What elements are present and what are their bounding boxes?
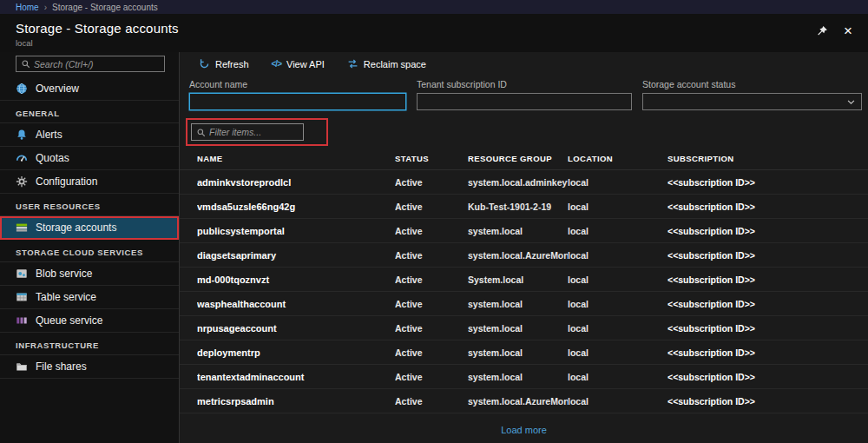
cell-status: Active bbox=[395, 202, 468, 212]
cell-status: Active bbox=[395, 396, 468, 407]
sidebar-section-heading: INFRASTRUCTURE bbox=[0, 333, 179, 355]
reclaim-space-label: Reclaim space bbox=[364, 59, 426, 69]
table-row[interactable]: adminkvstoreprodlclActivesystem.local.ad… bbox=[180, 170, 868, 195]
account-name-input[interactable] bbox=[189, 93, 406, 110]
file-shares-icon bbox=[16, 360, 28, 373]
breadcrumb-separator: › bbox=[44, 3, 47, 12]
table-row[interactable]: metricsrpsadminActivesystem.local.AzureM… bbox=[180, 389, 868, 413]
sidebar: OverviewGENERALAlertsQuotasConfiguration… bbox=[0, 52, 180, 443]
load-more-link[interactable]: Load more bbox=[501, 425, 547, 435]
storage-accounts-table: NAMESTATUSRESOURCE GROUPLOCATIONSUBSCRIP… bbox=[180, 148, 868, 437]
breadcrumb-current: Storage - Storage accounts bbox=[52, 3, 158, 12]
column-header-resource-group[interactable]: RESOURCE GROUP bbox=[468, 154, 568, 163]
sidebar-item-label: Storage accounts bbox=[36, 222, 116, 234]
cell-status: Active bbox=[395, 323, 468, 334]
sidebar-item-label: File shares bbox=[36, 360, 87, 373]
table-row[interactable]: nrpusageaccountActivesystem.locallocal<<… bbox=[180, 316, 868, 341]
account-name-label: Account name bbox=[189, 79, 406, 89]
page-subtitle: local bbox=[16, 38, 179, 48]
sidebar-item-blob-service[interactable]: Blob service bbox=[0, 262, 179, 286]
cell-status: Active bbox=[395, 347, 468, 358]
cell-status: Active bbox=[395, 177, 468, 188]
cell-resource-group: system.local bbox=[468, 226, 568, 236]
cell-subscription: <<subscription ID>> bbox=[667, 250, 868, 261]
cell-status: Active bbox=[395, 250, 468, 261]
breadcrumb-home-link[interactable]: Home bbox=[16, 3, 39, 12]
view-api-label: View API bbox=[286, 59, 325, 69]
load-more-container: Load more bbox=[180, 421, 868, 437]
alerts-icon bbox=[16, 129, 28, 141]
cell-location: local bbox=[568, 323, 667, 334]
main-panel: Refresh </> View API Reclaim space Accou… bbox=[180, 52, 868, 443]
tenant-subscription-label: Tenant subscription ID bbox=[417, 79, 632, 89]
refresh-button[interactable]: Refresh bbox=[199, 58, 249, 69]
globe-icon bbox=[16, 83, 28, 95]
column-header-name[interactable]: NAME bbox=[197, 154, 395, 163]
cell-subscription: <<subscription ID>> bbox=[667, 177, 868, 188]
cell-location: local bbox=[568, 250, 667, 261]
configuration-icon bbox=[16, 175, 28, 188]
sidebar-item-label: Overview bbox=[36, 83, 79, 95]
cell-resource-group: System.local bbox=[468, 274, 568, 285]
table-row[interactable]: vmdsa5uzsle66ng42gActiveKub-Test-1901-2-… bbox=[180, 195, 868, 219]
code-icon: </> bbox=[272, 59, 281, 69]
cell-name: diagsetsaprimary bbox=[197, 250, 395, 261]
cell-status: Active bbox=[395, 299, 468, 309]
cell-subscription: <<subscription ID>> bbox=[667, 226, 868, 236]
reclaim-space-button[interactable]: Reclaim space bbox=[347, 58, 426, 69]
sidebar-item-configuration[interactable]: Configuration bbox=[0, 170, 179, 194]
sidebar-item-label: Configuration bbox=[36, 175, 97, 188]
cell-resource-group: system.local bbox=[468, 299, 568, 309]
cell-location: local bbox=[568, 177, 667, 188]
sidebar-nav: OverviewGENERALAlertsQuotasConfiguration… bbox=[0, 77, 179, 379]
table-row[interactable]: tenantextadminaccountActivesystem.locall… bbox=[180, 365, 868, 389]
sidebar-search[interactable] bbox=[16, 56, 165, 72]
view-api-button[interactable]: </> View API bbox=[272, 59, 325, 69]
table-row[interactable]: publicsystemportalActivesystem.localloca… bbox=[180, 219, 868, 243]
column-header-status[interactable]: STATUS bbox=[395, 154, 468, 163]
close-icon[interactable]: × bbox=[844, 25, 852, 37]
sidebar-item-quotas[interactable]: Quotas bbox=[0, 147, 179, 170]
filter-items-searchbox[interactable] bbox=[191, 123, 304, 141]
table-row[interactable]: wasphealthaccountActivesystem.locallocal… bbox=[180, 292, 868, 316]
sidebar-item-table-service[interactable]: Table service bbox=[0, 286, 179, 309]
queue-service-icon bbox=[16, 314, 28, 327]
tenant-subscription-input[interactable] bbox=[417, 93, 632, 110]
chevron-down-icon bbox=[846, 97, 856, 107]
storage-status-dropdown[interactable] bbox=[642, 93, 862, 110]
cell-location: local bbox=[568, 226, 667, 236]
cell-resource-group: system.local bbox=[468, 347, 568, 358]
cell-resource-group: system.local bbox=[468, 372, 568, 382]
storage-status-label: Storage account status bbox=[642, 79, 862, 89]
sidebar-item-queue-service[interactable]: Queue service bbox=[0, 309, 179, 333]
table-service-icon bbox=[16, 291, 28, 303]
refresh-icon bbox=[199, 58, 210, 69]
table-body: adminkvstoreprodlclActivesystem.local.ad… bbox=[180, 170, 868, 413]
table-row[interactable]: md-000tqoznvztActiveSystem.locallocal<<s… bbox=[180, 268, 868, 292]
cell-resource-group: system.local.AzureMon... bbox=[468, 250, 568, 261]
cell-location: local bbox=[568, 347, 667, 358]
sidebar-item-storage-accounts[interactable]: Storage accounts bbox=[0, 216, 179, 240]
blob-service-icon bbox=[16, 268, 28, 280]
column-header-subscription[interactable]: SUBSCRIPTION bbox=[667, 154, 868, 163]
sidebar-item-overview[interactable]: Overview bbox=[0, 77, 179, 101]
cell-location: local bbox=[568, 274, 667, 285]
cell-name: nrpusageaccount bbox=[197, 323, 395, 334]
cell-location: local bbox=[568, 372, 667, 382]
sidebar-search-input[interactable] bbox=[34, 59, 160, 69]
blade-header: Storage - Storage accounts local × bbox=[0, 14, 868, 52]
sidebar-section-heading: STORAGE CLOUD SERVICES bbox=[0, 240, 179, 262]
pin-icon[interactable] bbox=[816, 25, 828, 37]
sidebar-item-alerts[interactable]: Alerts bbox=[0, 123, 179, 147]
cell-name: tenantextadminaccount bbox=[197, 372, 395, 382]
search-icon bbox=[21, 59, 30, 69]
cell-subscription: <<subscription ID>> bbox=[667, 274, 868, 285]
column-header-location[interactable]: LOCATION bbox=[568, 154, 667, 163]
table-row[interactable]: deploymentrpActivesystem.locallocal<<sub… bbox=[180, 341, 868, 365]
cell-resource-group: system.local bbox=[468, 323, 568, 334]
cell-subscription: <<subscription ID>> bbox=[667, 372, 868, 382]
table-row[interactable]: diagsetsaprimaryActivesystem.local.Azure… bbox=[180, 243, 868, 268]
sidebar-item-label: Queue service bbox=[36, 314, 102, 327]
filter-items-input[interactable] bbox=[209, 127, 299, 137]
sidebar-item-file-shares[interactable]: File shares bbox=[0, 355, 179, 379]
